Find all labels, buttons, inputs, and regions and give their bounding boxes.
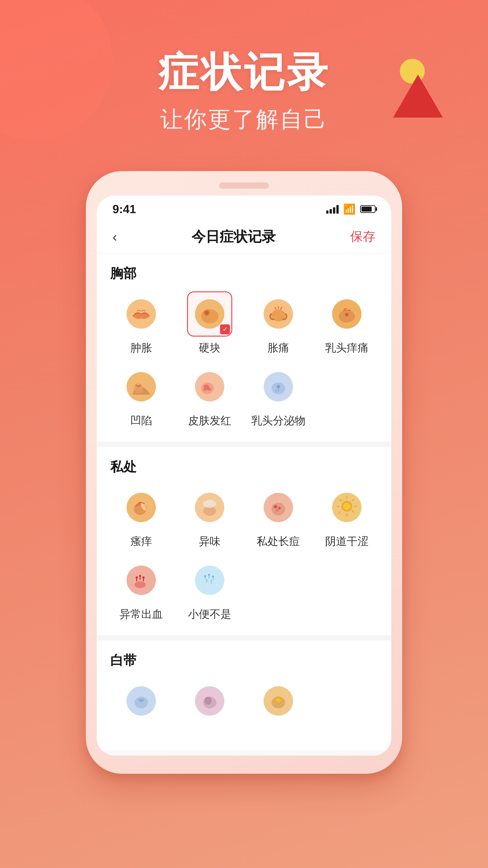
symptom-urination-label: 小便不是 (188, 607, 231, 621)
belt-symptom-grid (110, 678, 378, 727)
symptom-bleeding[interactable]: 异常出血 (110, 558, 172, 621)
symptom-nipple-itch-label: 乳头痒痛 (325, 341, 368, 355)
symptom-depression[interactable]: 凹陷 (110, 364, 172, 428)
nav-title: 今日症状记录 (192, 227, 275, 246)
content-area: 胸部 (97, 253, 391, 750)
symptom-lump-label: 硬块 (199, 341, 221, 355)
phone-outer: 9:41 📶 ‹ 今日症状记录 (86, 171, 402, 774)
section-private: 私处 (97, 447, 391, 635)
symptom-skin-red-label: 皮肤发红 (188, 413, 231, 428)
svg-point-70 (276, 698, 281, 703)
nipple-itch-svg (332, 299, 361, 329)
symptom-bleeding-label: 异常出血 (120, 607, 163, 621)
header-area: 症状记录 让你更了解自己 (158, 45, 330, 135)
svg-point-55 (142, 577, 144, 579)
symptom-dry[interactable]: 阴道干涩 (316, 485, 378, 549)
symptom-pain[interactable]: 胀痛 (248, 291, 309, 355)
belt3-svg (264, 686, 293, 716)
symptom-nipple-itch[interactable]: 乳头痒痛 (316, 291, 378, 355)
symptom-skin-red[interactable]: 皮肤发红 (179, 364, 241, 428)
svg-point-57 (204, 575, 206, 577)
svg-point-32 (203, 501, 216, 508)
svg-point-39 (276, 509, 279, 512)
svg-point-36 (274, 506, 276, 508)
svg-point-23 (276, 385, 280, 389)
svg-point-66 (204, 697, 212, 705)
section-private-title: 私处 (110, 458, 378, 476)
svg-point-20 (203, 388, 207, 391)
depression-svg (127, 372, 156, 401)
svg-point-53 (135, 577, 138, 579)
svg-point-60 (206, 579, 207, 581)
symptom-belt2[interactable] (179, 678, 241, 727)
svg-point-56 (195, 565, 224, 595)
skin-red-svg (195, 372, 224, 401)
svg-point-2 (201, 309, 218, 323)
section-belt-title: 白带 (110, 652, 378, 669)
odor-svg (195, 493, 224, 522)
svg-point-58 (208, 574, 210, 576)
symptom-discharge[interactable]: 乳头分泌物 (248, 364, 309, 428)
symptom-swell-label: 肿胀 (130, 341, 152, 355)
symptom-belt1-icon-wrapper (119, 678, 164, 723)
symptom-pain-label: 胀痛 (267, 341, 289, 355)
dry-svg (332, 493, 361, 522)
nav-bar: ‹ 今日症状记录 保存 (97, 220, 391, 253)
svg-point-38 (279, 507, 281, 509)
discharge-svg (264, 372, 293, 401)
symptom-acne[interactable]: 私处长痘 (248, 485, 309, 549)
urination-svg (195, 565, 224, 595)
svg-point-59 (212, 576, 214, 578)
symptom-belt3[interactable] (248, 678, 309, 727)
symptom-odor-icon-wrapper (187, 485, 232, 530)
symptom-urination-icon-wrapper (187, 558, 232, 603)
signal-icon (326, 205, 339, 214)
back-button[interactable]: ‹ (112, 229, 117, 245)
svg-line-47 (340, 500, 341, 501)
symptom-discharge-icon-wrapper (256, 364, 301, 409)
symptom-acne-icon-wrapper (256, 485, 301, 530)
svg-point-63 (134, 697, 148, 708)
symptom-itch[interactable]: 瘙痒 (110, 485, 172, 549)
symptom-urination[interactable]: 小便不是 (179, 558, 241, 621)
symptom-swell[interactable]: 肿胀 (110, 291, 172, 355)
belt1-svg (127, 686, 156, 716)
belt2-svg (195, 686, 224, 716)
bg-circle (0, 0, 113, 140)
swell-svg (127, 299, 156, 329)
svg-line-48 (352, 511, 354, 512)
sub-title: 让你更了解自己 (158, 104, 330, 135)
symptom-nipple-itch-icon-wrapper (324, 291, 369, 337)
svg-point-51 (127, 565, 156, 595)
svg-line-50 (339, 512, 340, 513)
symptom-belt1[interactable] (110, 678, 172, 727)
svg-point-54 (139, 575, 141, 577)
symptom-lump[interactable]: 硬块 (179, 291, 241, 355)
pain-svg (264, 299, 293, 329)
wifi-icon: 📶 (343, 203, 356, 215)
status-icons: 📶 (326, 203, 376, 215)
acne-svg (264, 493, 293, 522)
battery-icon (360, 205, 376, 213)
symptom-acne-label: 私处长痘 (257, 534, 300, 549)
symptom-depression-icon-wrapper (119, 364, 164, 409)
bg-triangle-decoration (393, 74, 443, 118)
svg-point-19 (207, 387, 211, 391)
symptom-belt2-icon-wrapper (187, 678, 232, 723)
svg-point-61 (210, 580, 212, 581)
phone-notch (219, 182, 269, 189)
symptom-dry-icon-wrapper (324, 485, 369, 530)
svg-point-42 (343, 503, 350, 510)
symptom-lump-icon-wrapper (187, 291, 232, 337)
save-button[interactable]: 保存 (350, 228, 376, 245)
section-belt: 白带 (97, 640, 391, 750)
symptom-bleeding-icon-wrapper (119, 558, 164, 603)
svg-point-13 (346, 313, 348, 316)
symptom-itch-icon-wrapper (119, 485, 164, 530)
symptom-odor[interactable]: 异味 (179, 485, 241, 549)
main-title: 症状记录 (158, 45, 330, 100)
svg-line-49 (352, 500, 354, 501)
symptom-discharge-label: 乳头分泌物 (251, 413, 305, 428)
svg-point-52 (134, 581, 146, 588)
lump-svg (195, 299, 224, 329)
